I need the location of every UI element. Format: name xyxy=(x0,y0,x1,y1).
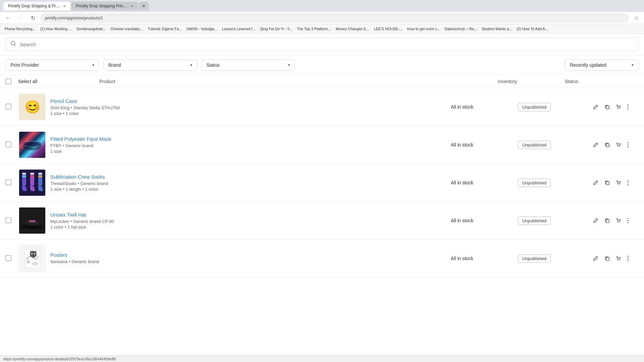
bookmark-5[interactable]: Tutorial: Eigene Fa... xyxy=(146,26,183,31)
new-tab[interactable]: + xyxy=(139,2,149,10)
tab-1[interactable]: Printify Drop Shipping & Print... ✕ xyxy=(3,2,70,10)
edit-button-1[interactable] xyxy=(592,103,600,111)
bookmark-14[interactable]: Student Wants a... xyxy=(480,26,513,31)
brand-filter[interactable]: Brand ▾ xyxy=(103,59,197,71)
forward-button[interactable]: → xyxy=(16,14,25,22)
bookmark-15[interactable]: (2) How To Add A... xyxy=(515,26,549,31)
bookmark-6[interactable]: GMSN - Volodga... xyxy=(185,26,219,31)
edit-button-4[interactable] xyxy=(592,217,600,225)
inventory-col-5: All in stock xyxy=(451,256,518,261)
product-image-2 xyxy=(19,131,46,158)
tab-2[interactable]: Printify Drop Shipping Print o... ✕ xyxy=(71,2,138,10)
edit-button-2[interactable] xyxy=(592,141,600,149)
more-button-4[interactable] xyxy=(626,217,630,225)
product-name-2[interactable]: Fitted Polyester Face Mask xyxy=(50,136,451,142)
svg-rect-11 xyxy=(606,144,609,147)
row-checkbox-4[interactable] xyxy=(5,217,11,223)
row-checkbox-cell-3 xyxy=(5,179,19,186)
product-row-2: Fitted Polyester Face Mask FYBY • Generi… xyxy=(0,126,644,164)
product-column-header: Product xyxy=(72,79,498,84)
edit-button-5[interactable] xyxy=(592,254,600,262)
filters-row: Print Provider ▾ Brand ▾ Status ▾ Recent… xyxy=(0,55,644,75)
bookmark-3[interactable]: Sonderangebatt... xyxy=(75,26,107,31)
bookmark-12[interactable]: How to get more v... xyxy=(406,26,441,31)
cart-button-5[interactable] xyxy=(614,254,623,262)
search-input[interactable] xyxy=(20,42,634,47)
row-checkbox-5[interactable] xyxy=(5,255,11,261)
cart-button-1[interactable] xyxy=(614,103,623,111)
bookmark-9[interactable]: The Top 3 Platform... xyxy=(296,26,332,31)
bookmark-11[interactable]: LEE'S HOUSE-... xyxy=(373,26,404,31)
svg-rect-37 xyxy=(606,220,609,223)
copy-button-4[interactable] xyxy=(603,217,611,225)
product-meta-2: FYBY • Generic brand xyxy=(50,143,451,148)
select-all-checkbox[interactable] xyxy=(5,78,11,84)
svg-point-51 xyxy=(628,256,629,257)
cart-button-2[interactable] xyxy=(614,141,623,149)
product-name-1[interactable]: Pencil Case xyxy=(50,98,451,104)
back-button[interactable]: ← xyxy=(3,14,13,22)
svg-rect-26 xyxy=(606,182,609,185)
tab-1-close[interactable]: ✕ xyxy=(63,4,66,8)
table-header: Select all Product Inventory Status xyxy=(0,75,644,88)
print-provider-filter[interactable]: Print Provider ▾ xyxy=(5,59,99,71)
status-col-2: Unpublished xyxy=(518,141,592,149)
copy-button-3[interactable] xyxy=(603,179,611,187)
cart-button-3[interactable] xyxy=(614,179,623,187)
brand-label: Brand xyxy=(108,62,121,68)
copy-button-2[interactable] xyxy=(603,141,611,149)
star-button[interactable]: ☆ xyxy=(632,14,641,22)
sort-filter[interactable]: Recently updated ▾ xyxy=(565,59,639,71)
bookmark-13[interactable]: Datenschutz – Re... xyxy=(443,26,478,31)
brand-chevron: ▾ xyxy=(190,63,192,67)
product-name-5[interactable]: Posters xyxy=(50,252,451,258)
svg-point-50 xyxy=(619,260,620,260)
cart-button-4[interactable] xyxy=(614,217,623,225)
svg-point-5 xyxy=(628,105,629,106)
page-content: Print Provider ▾ Brand ▾ Status ▾ Recent… xyxy=(0,34,644,362)
refresh-button[interactable]: ↻ xyxy=(29,14,37,22)
row-checkbox-1[interactable] xyxy=(5,104,11,110)
bookmark-7[interactable]: Lessons Learned f... xyxy=(221,26,257,31)
svg-point-40 xyxy=(628,218,629,219)
status-filter[interactable]: Status ▾ xyxy=(201,59,295,71)
svg-rect-25 xyxy=(38,175,42,177)
copy-button-5[interactable] xyxy=(603,254,611,262)
status-badge-2: Unpublished xyxy=(518,141,551,149)
svg-point-4 xyxy=(619,108,620,109)
bookmark-8[interactable]: Qing Fei De Yi - Y... xyxy=(259,26,293,31)
url-bar[interactable] xyxy=(41,14,629,22)
inventory-column-header: Inventory xyxy=(498,79,565,84)
status-badge-5: Unpublished xyxy=(518,254,551,263)
edit-button-3[interactable] xyxy=(592,179,600,187)
select-all-cell: Select all xyxy=(5,78,72,84)
search-bar[interactable] xyxy=(5,38,639,51)
nav-bar: ← → ↻ ☆ xyxy=(0,12,644,24)
bookmark-10[interactable]: Money Changes E... xyxy=(334,26,371,31)
bookmarks-bar: Phone Recycling... (1) How Working ... S… xyxy=(0,24,644,34)
status-badge-1: Unpublished xyxy=(518,103,551,111)
product-image-4 xyxy=(19,207,46,234)
more-button-2[interactable] xyxy=(626,141,630,149)
sort-chevron: ▾ xyxy=(632,63,634,67)
tab-2-close[interactable]: ✕ xyxy=(131,4,133,8)
inventory-col-3: All in stock xyxy=(451,180,518,185)
bookmark-2[interactable]: (1) How Working ... xyxy=(39,26,73,31)
product-name-4[interactable]: Unisex Twill Hat xyxy=(50,212,451,218)
select-all-label: Select all xyxy=(18,79,37,84)
row-checkbox-3[interactable] xyxy=(5,179,11,185)
bookmark-1[interactable]: Phone Recycling... xyxy=(3,26,37,31)
more-button-1[interactable] xyxy=(626,103,630,111)
bookmark-4[interactable]: Chinese translatio... xyxy=(109,26,144,31)
tab-2-label: Printify Drop Shipping Print o... xyxy=(76,4,128,8)
status-label: Status xyxy=(206,62,220,68)
copy-button-1[interactable] xyxy=(603,103,611,111)
more-button-5[interactable] xyxy=(626,254,630,262)
svg-point-14 xyxy=(628,142,629,143)
row-checkbox-cell-5 xyxy=(5,255,19,262)
product-name-3[interactable]: Sublimation Crew Socks xyxy=(50,174,451,180)
more-button-3[interactable] xyxy=(626,179,630,187)
row-checkbox-cell-2 xyxy=(5,141,19,148)
row-checkbox-2[interactable] xyxy=(5,141,11,147)
actions-col-3 xyxy=(592,179,639,187)
